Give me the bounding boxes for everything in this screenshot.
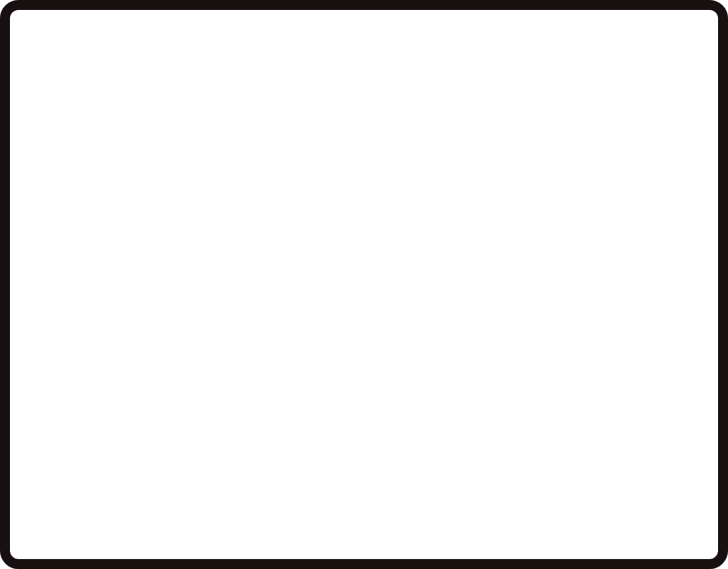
- callout-line-2: 共有ユーザーが表示されます: [323, 153, 567, 184]
- user-name: 株価 直人: [77, 65, 134, 80]
- user-name: 経営 来太: [77, 270, 134, 285]
- shareholder-badge: 株主: [146, 65, 182, 82]
- hat-man-avatar-icon: [48, 63, 68, 83]
- callout-line-1: バインダーを開くと: [323, 121, 567, 153]
- user-company: BizerAM株式会社: [607, 168, 690, 182]
- shareholder-badge: 株主: [146, 116, 182, 133]
- glasses-man-avatar-icon: [44, 465, 65, 486]
- comment-body-line: バインダードット株式会社様: [75, 489, 686, 508]
- user-company: BKoffice合同会社: [608, 220, 690, 233]
- comments-title: コメント: [28, 337, 72, 350]
- comment-body-line: 知らせいただけますでしょうか。ご欠席される方は、委任状に押印の上、弊社までお送り…: [75, 431, 686, 450]
- callout-box: バインダーを開くと 共有ユーザーが表示されます: [297, 107, 569, 199]
- comment-item: 投資 優作 株主 2017/02/20 17:25 バインダードット株式会社様 …: [32, 455, 707, 543]
- user-name: 財前 時音: [77, 116, 134, 131]
- shared-users-title: 共有ユーザー一覧: [28, 27, 114, 40]
- user-row[interactable]: 経営 来太 株主 取締役 バインダードットコム株式会社: [32, 254, 707, 300]
- page-canvas: 共有ユーザー一覧 株価 直人 株主 株価ドットコム株式会社 財前 時音: [0, 0, 728, 569]
- shareholder-badge: 株主: [146, 167, 182, 184]
- comment-body-line: 確認しました。当日は出席いたします。どうぞよろしくお願い致します。: [75, 508, 686, 527]
- comment-timestamp: 2017/02/20 17:25: [186, 470, 264, 481]
- user-name: 出資 枠子: [77, 219, 134, 234]
- user-row[interactable]: 出資 枠子 株主 BKoffice合同会社: [32, 203, 707, 249]
- glasses-man-avatar-icon: [44, 369, 65, 390]
- comment-author: バインダードットコム株式会社: [75, 373, 232, 386]
- user-company: バインダードットコム株式会社: [540, 271, 690, 284]
- shareholder-badge: 株主: [146, 269, 182, 286]
- comment-input[interactable]: [32, 548, 707, 569]
- director-badge: 取締役: [189, 116, 235, 133]
- director-badge: 取締役: [189, 269, 235, 286]
- user-company: 株価ドットコム株式会社: [573, 66, 690, 80]
- comment-author: 投資 優作: [75, 469, 131, 482]
- comment-body-line: 第１期定時株主総会の資料をバインダーにアップいたしました。まずは、「定時株主総会…: [75, 393, 686, 431]
- user-company: 株式会社馬印駄亜: [606, 117, 690, 131]
- comment-item: バインダードットコム株式会社 2017/02/20 13:38 第１期定時株主総…: [32, 359, 707, 448]
- shareholder-badge: 株主: [146, 218, 182, 235]
- comment-timestamp: 2017/02/20 13:38: [240, 374, 318, 385]
- comment-body: バインダードット株式会社様 確認しました。当日は出席いたします。どうぞよろしくお…: [75, 489, 686, 527]
- woman-avatar-icon: [48, 217, 68, 237]
- user-row[interactable]: 株価 直人 株主 株価ドットコム株式会社: [32, 50, 707, 96]
- shareholder-badge: 株主: [141, 467, 177, 484]
- young-man-avatar-icon: [48, 114, 68, 134]
- section-divider: [10, 321, 718, 327]
- glasses-man-avatar-icon: [48, 166, 68, 185]
- user-name: 投資 優作: [77, 168, 134, 183]
- comment-body: 第１期定時株主総会の資料をバインダーにアップいたしました。まずは、「定時株主総会…: [75, 393, 686, 450]
- headset-man-avatar-icon: [48, 268, 68, 288]
